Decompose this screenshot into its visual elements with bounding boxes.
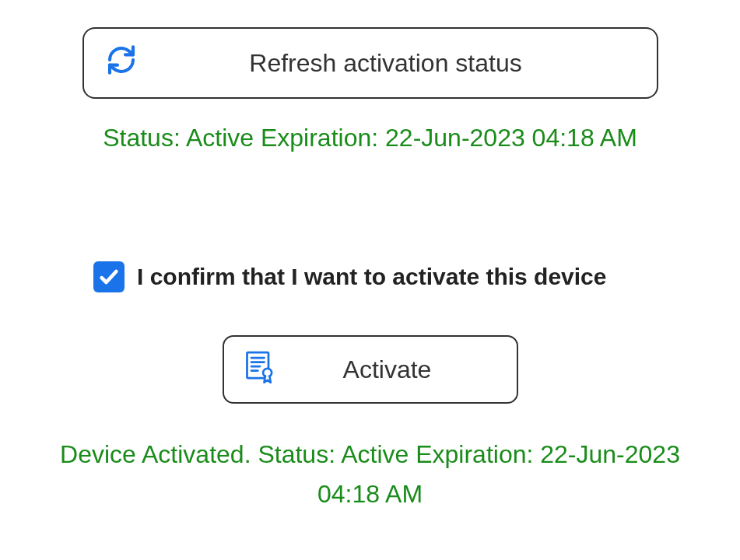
device-activated-status-text: Device Activated. Status: Active Expirat… xyxy=(31,435,709,514)
confirm-activation-row: I confirm that I want to activate this d… xyxy=(31,261,709,292)
certificate-icon xyxy=(243,349,277,390)
refresh-activation-button[interactable]: Refresh activation status xyxy=(82,27,658,99)
refresh-icon xyxy=(106,44,137,82)
confirm-activation-checkbox[interactable] xyxy=(93,261,125,292)
activate-button[interactable]: Activate xyxy=(223,335,518,404)
activation-status-text: Status: Active Expiration: 22-Jun-2023 0… xyxy=(31,124,709,152)
activate-button-label: Activate xyxy=(277,355,498,384)
refresh-button-label: Refresh activation status xyxy=(137,49,635,78)
checkmark-icon xyxy=(98,266,120,288)
confirm-activation-label: I confirm that I want to activate this d… xyxy=(137,264,606,290)
